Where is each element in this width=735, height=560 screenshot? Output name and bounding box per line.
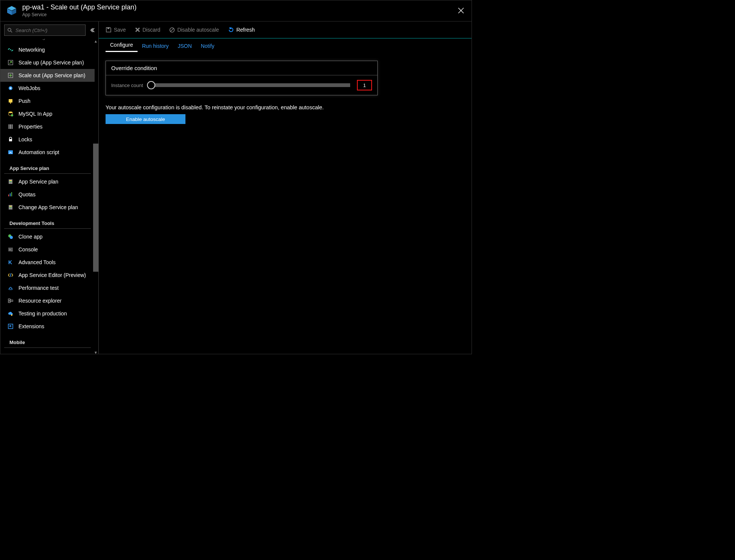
instance-count-slider[interactable]: [147, 83, 357, 87]
nav-item-performance-test[interactable]: Performance test: [0, 282, 95, 294]
nav-item-scale-out-app-service-plan-[interactable]: Scale out (App Service plan): [0, 69, 95, 82]
nav-item-webjobs[interactable]: WebJobs: [0, 82, 95, 95]
discard-label: Discard: [142, 27, 160, 33]
discard-button[interactable]: Discard: [135, 27, 160, 33]
nav-item-change-app-service-plan[interactable]: Change App Service plan: [0, 201, 95, 214]
instance-count-value[interactable]: 1: [357, 80, 372, 90]
collapse-sidebar-button[interactable]: [89, 28, 95, 33]
nav-item-label: Scale out (App Service plan): [18, 72, 85, 78]
nav-item-app-service-editor-preview-[interactable]: App Service Editor (Preview): [0, 269, 95, 282]
nav-item-label: Quotas: [18, 191, 35, 197]
scrollbar[interactable]: ▲ ▼: [93, 39, 98, 272]
nav-item-mysql-in-app[interactable]: MySQL In App: [0, 107, 95, 120]
tab-configure[interactable]: Configure: [106, 39, 138, 52]
close-button[interactable]: [456, 6, 466, 15]
nav-item-resource-explorer[interactable]: Resource explorer: [0, 294, 95, 307]
enable-autoscale-button[interactable]: Enable autoscale: [106, 114, 185, 124]
lock-icon: [6, 136, 15, 142]
nav-item-extensions[interactable]: Extensions: [0, 320, 95, 333]
props-icon: [6, 124, 15, 130]
nav-item-label: Console: [18, 246, 38, 252]
svg-point-5: [8, 28, 11, 31]
nav-item-label: Advanced Tools: [18, 259, 56, 265]
svg-line-44: [170, 28, 174, 32]
blade-header: pp-wa1 - Scale out (App Service plan) Ap…: [0, 0, 472, 21]
nav-item-truncated[interactable]: SSL settings: [0, 39, 95, 43]
save-icon: [106, 27, 112, 33]
svg-rect-28: [9, 207, 12, 208]
blade-subtitle: App Service: [22, 12, 136, 17]
svg-rect-18: [9, 139, 12, 141]
nav-item-label: Performance test: [18, 285, 59, 291]
save-label: Save: [114, 27, 126, 33]
autoscale-disabled-message: Your autoscale configuration is disabled…: [106, 104, 472, 110]
search-input[interactable]: [15, 27, 82, 34]
nav-item-quotas[interactable]: Quotas: [0, 188, 95, 201]
search-icon: [8, 28, 12, 33]
svg-rect-27: [9, 206, 12, 207]
svg-rect-17: [12, 124, 12, 129]
term-icon: >_: [6, 246, 15, 252]
nav-item-clone-app[interactable]: Clone app: [0, 230, 95, 243]
svg-rect-12: [9, 99, 12, 103]
nav-item-label: SSL settings: [18, 39, 48, 40]
script-icon: [6, 149, 15, 155]
scroll-thumb[interactable]: [93, 144, 98, 272]
svg-rect-36: [8, 301, 10, 303]
nav-item-label: Extensions: [18, 323, 44, 329]
ssl-icon: [6, 39, 15, 40]
slider-track[interactable]: [149, 83, 350, 87]
disable-label: Disable autoscale: [177, 27, 219, 33]
scroll-up-arrow[interactable]: ▲: [93, 39, 98, 44]
svg-point-30: [10, 236, 13, 239]
code-icon: [6, 272, 15, 278]
svg-text:K: K: [8, 259, 12, 265]
cloud-icon: [6, 311, 15, 317]
tab-notify[interactable]: Notify: [196, 40, 219, 52]
svg-rect-35: [8, 299, 10, 300]
svg-line-6: [11, 31, 12, 32]
nav-item-label: Push: [18, 98, 31, 104]
tab-run-history[interactable]: Run history: [138, 40, 173, 52]
nav-item-label: Networking: [18, 47, 45, 53]
nav-item-label: WebJobs: [18, 85, 40, 91]
nav-item-push[interactable]: Push: [0, 95, 95, 107]
nav-item-label: MySQL In App: [18, 111, 52, 117]
nav-item-properties[interactable]: Properties: [0, 120, 95, 133]
svg-rect-16: [10, 124, 11, 129]
nav-item-app-service-plan[interactable]: App Service plan: [0, 175, 95, 188]
nav-item-advanced-tools[interactable]: KAdvanced Tools: [0, 256, 95, 269]
blade-title: pp-wa1 - Scale out (App Service plan): [22, 3, 136, 11]
nav-item-label: Properties: [18, 124, 43, 130]
tab-json[interactable]: JSON: [173, 40, 196, 52]
nav-list: SSL settingsNetworkingScale up (App Serv…: [0, 39, 98, 348]
instance-count-label: Instance count: [111, 83, 147, 88]
nav-item-locks[interactable]: Locks: [0, 133, 95, 146]
nav-item-console[interactable]: >_Console: [0, 243, 95, 256]
push-icon: [6, 98, 15, 104]
search-box[interactable]: [4, 24, 86, 36]
nav-item-testing-in-production[interactable]: Testing in production: [0, 307, 95, 320]
svg-rect-25: [11, 192, 12, 196]
disable-icon: [169, 27, 175, 33]
scaleout-icon: [6, 72, 15, 78]
refresh-button[interactable]: Refresh: [228, 27, 255, 33]
res-icon: [6, 298, 15, 304]
save-button[interactable]: Save: [106, 27, 126, 33]
mysql-icon: [6, 111, 15, 117]
nav-item-networking[interactable]: Networking: [0, 43, 95, 56]
nav-item-automation-script[interactable]: Automation script: [0, 146, 95, 159]
title-block: pp-wa1 - Scale out (App Service plan) Ap…: [22, 3, 136, 17]
scaleup-icon: [6, 60, 15, 66]
sidebar: SSL settingsNetworkingScale up (App Serv…: [0, 21, 99, 354]
slider-knob[interactable]: [147, 81, 155, 89]
svg-rect-23: [8, 194, 9, 196]
svg-rect-15: [9, 124, 9, 129]
section-mobile: Mobile: [4, 333, 91, 348]
section-development-tools: Development Tools: [4, 214, 91, 229]
svg-point-14: [11, 114, 13, 116]
disable-autoscale-button[interactable]: Disable autoscale: [169, 27, 219, 33]
nav-item-scale-up-app-service-plan-[interactable]: Scale up (App Service plan): [0, 56, 95, 69]
discard-icon: [135, 27, 140, 32]
scroll-down-arrow[interactable]: ▼: [93, 350, 98, 354]
